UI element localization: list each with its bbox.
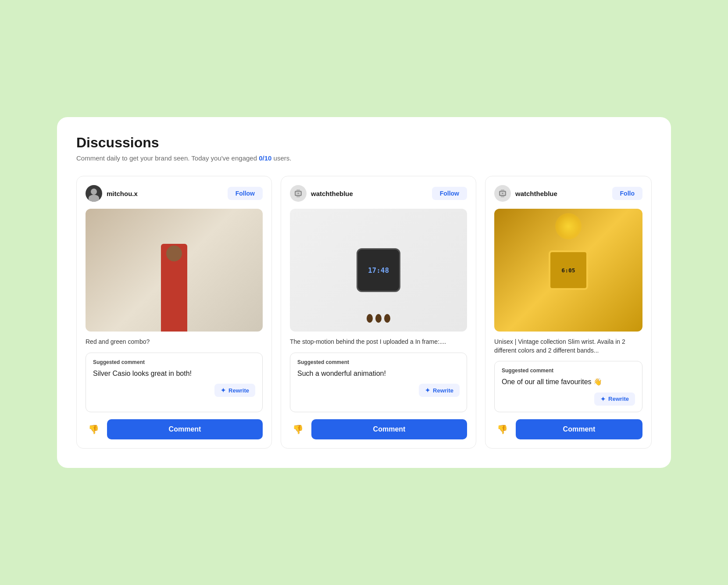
card-header-1: mitchou.x Follow xyxy=(86,185,263,202)
username-3: watchtheblue xyxy=(515,190,557,197)
card-actions-1: 👎 Comment xyxy=(86,419,263,439)
rewrite-button-1[interactable]: ✦ Rewrite xyxy=(214,384,255,397)
suggested-comment-box-2: Suggested comment Such a wonderful anima… xyxy=(290,353,467,412)
avatar-1 xyxy=(86,185,102,202)
comment-button-3[interactable]: Comment xyxy=(516,419,642,439)
svg-rect-6 xyxy=(501,196,504,197)
rewrite-icon-3: ✦ xyxy=(600,396,606,403)
watch-brand-icon-2 xyxy=(293,189,303,198)
comment-button-2[interactable]: Comment xyxy=(311,419,467,439)
suggested-label-1: Suggested comment xyxy=(93,359,255,365)
svg-point-9 xyxy=(502,193,503,194)
post-image-2: 17:48 xyxy=(290,209,467,332)
caption-2: The stop-motion behind the post I upload… xyxy=(290,338,467,346)
rewrite-label-3: Rewrite xyxy=(608,396,629,402)
dislike-button-3[interactable]: 👎 xyxy=(494,421,510,437)
follow-button-1[interactable]: Follow xyxy=(228,187,263,200)
engagement-count: 0/10 xyxy=(259,154,271,162)
card-actions-3: 👎 Comment xyxy=(494,419,642,439)
username-1: mitchou.x xyxy=(107,190,138,197)
card-header-3: watchtheblue Follo xyxy=(494,185,642,202)
avatar-2 xyxy=(290,185,307,202)
card-header-2: watchtheblue Follow xyxy=(290,185,467,202)
discussion-card-3: watchtheblue Follo 6:05 Unisex | Vintage… xyxy=(485,176,652,449)
svg-rect-0 xyxy=(296,189,300,191)
rewrite-icon-2: ✦ xyxy=(425,387,430,394)
rewrite-button-2[interactable]: ✦ Rewrite xyxy=(419,384,460,397)
subtitle-static: Comment daily to get your brand seen. To… xyxy=(76,154,259,162)
caption-3: Unisex | Vintage collection Slim wrist. … xyxy=(494,338,642,355)
svg-point-4 xyxy=(298,193,299,194)
suggested-text-1: Silver Casio looks great in both! xyxy=(93,369,255,378)
card-user-2: watchtheblue xyxy=(290,185,353,202)
card-actions-2: 👎 Comment xyxy=(290,419,467,439)
suggested-comment-box-1: Suggested comment Silver Casio looks gre… xyxy=(86,353,263,412)
suggested-text-2: Such a wonderful animation! xyxy=(297,369,460,378)
subtitle-end: users. xyxy=(271,154,291,162)
card-user-1: mitchou.x xyxy=(86,185,138,202)
caption-1: Red and green combo? xyxy=(86,338,263,346)
svg-rect-5 xyxy=(501,189,504,191)
page-subtitle: Comment daily to get your brand seen. To… xyxy=(76,154,652,162)
suggested-label-2: Suggested comment xyxy=(297,359,460,365)
username-2: watchtheblue xyxy=(311,190,353,197)
rewrite-button-3[interactable]: ✦ Rewrite xyxy=(594,392,635,406)
svg-rect-1 xyxy=(296,196,300,197)
suggested-comment-box-3: Suggested comment One of our all time fa… xyxy=(494,361,642,412)
dislike-button-2[interactable]: 👎 xyxy=(290,421,306,437)
rewrite-label-2: Rewrite xyxy=(433,387,453,394)
discussion-card-1: mitchou.x Follow Red and green combo? Su… xyxy=(76,176,272,449)
discussion-card-2: watchtheblue Follow 17:48 The stop-motio… xyxy=(281,176,476,449)
cards-row: mitchou.x Follow Red and green combo? Su… xyxy=(76,176,652,449)
follow-button-2[interactable]: Follow xyxy=(432,187,467,200)
suggested-label-3: Suggested comment xyxy=(502,367,635,374)
page-title: Discussions xyxy=(76,135,652,151)
dislike-button-1[interactable]: 👎 xyxy=(86,421,102,437)
card-user-3: watchtheblue xyxy=(494,185,557,202)
post-image-1 xyxy=(86,209,263,332)
rewrite-label-1: Rewrite xyxy=(228,387,249,394)
avatar-3 xyxy=(494,185,511,202)
post-image-3: 6:05 xyxy=(494,209,642,332)
suggested-text-3: One of our all time favourites 👋 xyxy=(502,377,635,387)
rewrite-icon-1: ✦ xyxy=(221,387,226,394)
main-container: Discussions Comment daily to get your br… xyxy=(57,117,671,468)
comment-button-1[interactable]: Comment xyxy=(107,419,263,439)
follow-button-3[interactable]: Follo xyxy=(612,187,642,200)
watch-brand-icon-3 xyxy=(498,189,507,198)
